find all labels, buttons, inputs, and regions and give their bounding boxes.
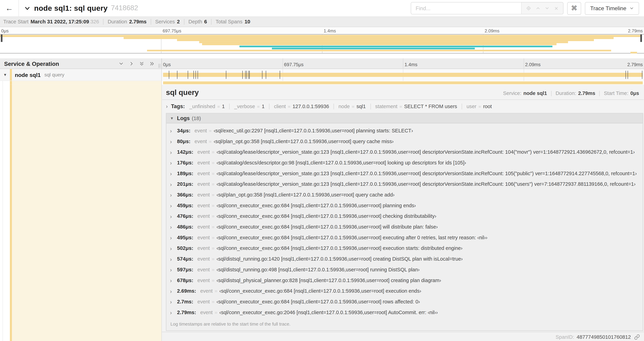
log-row[interactable]: › 366μs: event = ‹sql/plan_opt.go:358 [n… <box>166 190 643 200</box>
log-event-marker[interactable] <box>246 71 247 79</box>
log-row[interactable]: › 189μs: event = ‹sql/catalog/lease/desc… <box>166 168 643 179</box>
next-match-icon[interactable] <box>545 6 550 11</box>
logs-accordion-header[interactable]: ▼ Logs (18) <box>166 114 643 123</box>
tag-item: node = sql1 <box>338 103 366 109</box>
chevron-right-icon: › <box>166 103 168 109</box>
span-duration-bar-mini[interactable] <box>163 82 643 84</box>
log-row[interactable]: › 476μs: event = ‹sql/conn_executor_exec… <box>166 211 643 222</box>
find-input[interactable] <box>411 3 521 14</box>
expand-all-icon[interactable] <box>150 61 154 66</box>
log-event-marker[interactable] <box>642 71 642 79</box>
expand-one-icon[interactable] <box>129 61 134 66</box>
prev-match-icon[interactable] <box>536 6 540 11</box>
keyboard-shortcuts-button[interactable]: ⌘ <box>567 2 581 15</box>
log-event-marker[interactable] <box>248 71 249 79</box>
log-row[interactable]: › 176μs: event = ‹sql/catalog/descs/desc… <box>166 158 643 168</box>
log-row[interactable]: › 2.79ms: event = ‹sql/conn_executor_exe… <box>166 307 643 318</box>
equals-sign: = <box>212 171 214 176</box>
log-field-key: event <box>197 213 210 219</box>
collapse-one-icon[interactable] <box>119 61 124 66</box>
log-event-marker[interactable] <box>198 71 198 79</box>
minimap-span-graph[interactable] <box>0 34 644 54</box>
left-scrubber-handle[interactable] <box>1 35 2 42</box>
tick-label: 2.09ms <box>525 62 540 67</box>
log-event-marker[interactable] <box>628 71 628 79</box>
log-event-marker[interactable] <box>245 71 246 79</box>
collapse-trace-chevron-icon[interactable] <box>24 5 30 12</box>
find-group <box>411 2 564 14</box>
log-row[interactable]: › 142μs: event = ‹sql/catalog/lease/desc… <box>166 147 643 158</box>
log-row[interactable]: › 486μs: event = ‹sql/conn_executor_exec… <box>166 222 643 232</box>
log-event-marker[interactable] <box>266 71 266 79</box>
column-resize-grip[interactable] <box>158 64 160 68</box>
span-duration-bar[interactable] <box>163 73 643 77</box>
tick-label: 2.09ms <box>484 29 500 33</box>
equals-sign: = <box>215 288 217 293</box>
log-row[interactable]: › 80μs: event = ‹sql/plan_opt.go:358 [ns… <box>166 136 643 147</box>
log-event-marker[interactable] <box>188 71 188 79</box>
right-scrubber-handle[interactable] <box>640 35 642 42</box>
equals-sign: = <box>212 256 214 261</box>
log-row[interactable]: › 678μs: event = ‹sql/distsql_physical_p… <box>166 275 643 286</box>
span-id-bar: SpanID: 4877749850101760812 <box>162 332 644 341</box>
log-event-marker[interactable] <box>250 71 250 79</box>
log-row[interactable]: › 502μs: event = ‹sql/conn_executor_exec… <box>166 243 643 254</box>
log-row[interactable]: › 597μs: event = ‹sql/distsql_running.go… <box>166 264 643 275</box>
divider <box>370 103 371 109</box>
log-row[interactable]: › 34μs: event = ‹sql/exec_util.go:2297 [… <box>166 125 643 136</box>
minimap-span <box>177 39 594 41</box>
header-controls: ⌘ Trace Timeline <box>411 2 639 15</box>
tag-item: client = 127.0.0.1:59936 <box>274 103 329 109</box>
detail-strip-row <box>0 81 644 85</box>
log-timestamp: 2.69ms: <box>177 288 196 294</box>
link-icon[interactable] <box>634 334 640 340</box>
tag-value: 1 <box>262 103 264 109</box>
info-value: 10 <box>244 19 250 25</box>
back-button[interactable]: ← <box>0 0 19 17</box>
log-row[interactable]: › 459μs: event = ‹sql/conn_executor_exec… <box>166 200 643 211</box>
log-event-marker[interactable] <box>280 71 280 79</box>
tags-accordion-header[interactable]: › Tags: _unfinished = 1 _verbose <box>162 100 644 112</box>
log-row[interactable]: › 574μs: event = ‹sql/distsql_running.go… <box>166 254 643 264</box>
collapse-all-icon[interactable] <box>139 61 144 66</box>
log-event-marker[interactable] <box>262 71 262 79</box>
log-row[interactable]: › 2.69ms: event = ‹sql/conn_executor_exe… <box>166 286 643 296</box>
chevron-right-icon: › <box>170 181 174 187</box>
tag-value: SELECT * FROM users <box>404 103 457 109</box>
log-event-marker[interactable] <box>193 71 194 79</box>
locate-icon[interactable] <box>526 6 531 11</box>
view-selector-button[interactable]: Trace Timeline <box>585 2 639 15</box>
tag-key: client <box>274 103 286 109</box>
timeline-ruler: 0μs697.75μs1.4ms2.09ms2.79ms <box>162 58 644 69</box>
chevron-right-icon: › <box>170 170 174 177</box>
log-row[interactable]: › 495μs: event = ‹sql/conn_executor_exec… <box>166 232 643 243</box>
tick-label: 2.79ms <box>628 29 643 33</box>
gridline <box>524 58 524 69</box>
log-event-marker[interactable] <box>226 71 226 79</box>
log-event-marker[interactable] <box>242 71 242 79</box>
clear-find-icon[interactable] <box>554 6 559 11</box>
equals-sign: = <box>212 235 214 240</box>
logs-footnote: Log timestamps are relative to the start… <box>166 318 643 330</box>
command-icon: ⌘ <box>571 5 577 12</box>
log-field-value: ‹sql/catalog/lease/descriptor_version_st… <box>216 149 635 155</box>
span-name-cell[interactable]: ▼ node sql1 sql query <box>0 69 162 81</box>
equals-sign: = <box>212 160 214 165</box>
chevron-right-icon: › <box>170 138 174 145</box>
logs-label: Logs <box>177 115 190 121</box>
log-field-key: event <box>197 245 210 251</box>
row-collapse-chevron-icon[interactable]: ▼ <box>3 73 7 77</box>
equals-sign: = <box>217 104 220 109</box>
log-event-marker[interactable] <box>177 71 177 79</box>
tag-key: _unfinished <box>190 103 215 109</box>
log-event-marker[interactable] <box>626 71 626 79</box>
log-row[interactable]: › 2.7ms: event = ‹sql/conn_executor_exec… <box>166 296 643 307</box>
log-timestamp: 459μs: <box>177 203 193 208</box>
equals-sign: = <box>352 104 354 109</box>
divider <box>269 103 269 109</box>
trace-id: 7418682 <box>111 4 138 12</box>
log-event-marker[interactable] <box>169 71 169 79</box>
log-event-marker[interactable] <box>196 71 196 79</box>
tick-label: 2.79ms <box>627 62 642 67</box>
log-row[interactable]: › 201μs: event = ‹sql/catalog/lease/desc… <box>166 179 643 190</box>
